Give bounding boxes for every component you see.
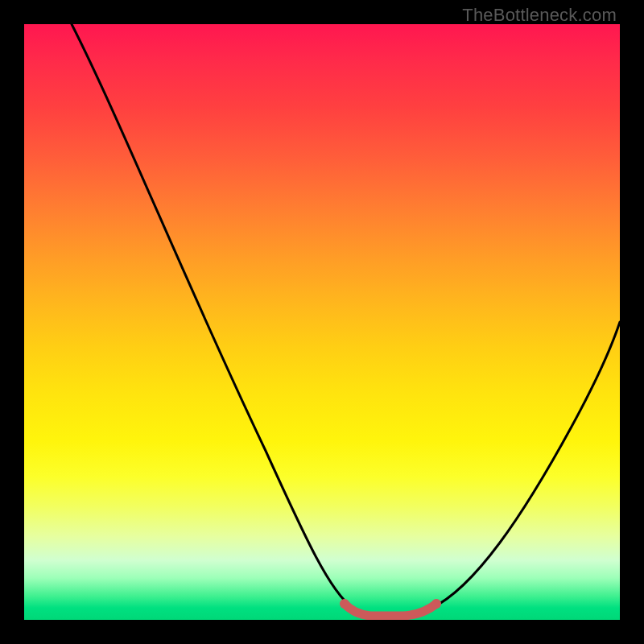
chart-frame: TheBottleneck.com (0, 0, 644, 644)
highlight-end-right (431, 599, 441, 609)
curve-svg (24, 24, 620, 620)
highlight-end-left (340, 599, 349, 609)
main-curve (72, 24, 620, 616)
plot-area (24, 24, 620, 620)
highlight-segment (345, 604, 436, 616)
watermark-text: TheBottleneck.com (462, 5, 617, 26)
